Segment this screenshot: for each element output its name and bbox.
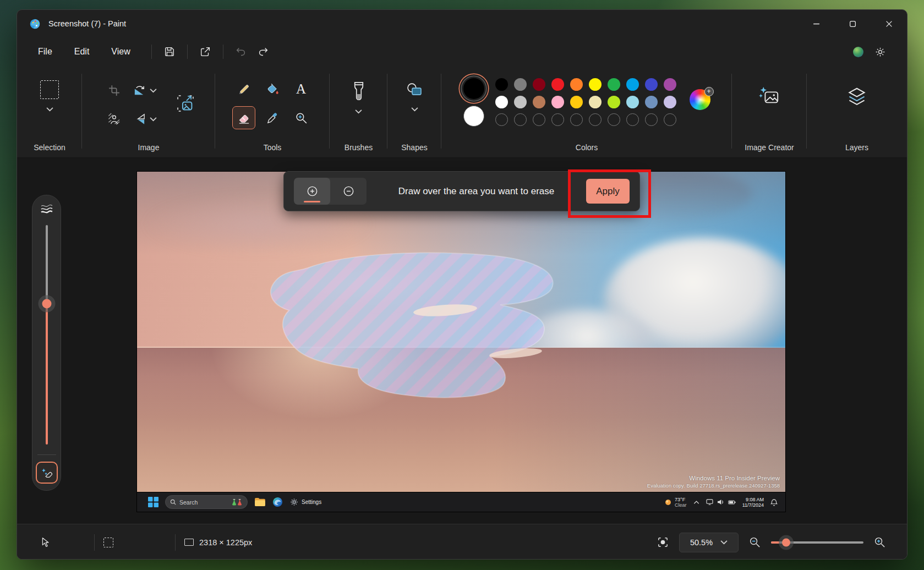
share-button[interactable] <box>194 42 216 61</box>
edge-browser-icon <box>272 497 283 507</box>
undo-button[interactable] <box>230 42 252 61</box>
background-removal-icon[interactable] <box>107 112 121 126</box>
edit-colors-button[interactable]: + <box>690 89 710 110</box>
divider <box>187 45 188 59</box>
network-icon <box>706 499 713 505</box>
size-slider[interactable] <box>32 223 61 447</box>
menu-view[interactable]: View <box>103 43 138 60</box>
selection-size-icon <box>103 538 113 547</box>
color-swatch-empty[interactable] <box>589 113 602 126</box>
chevron-down-icon[interactable] <box>411 107 418 112</box>
primary-color-swatch[interactable] <box>463 78 484 99</box>
color-swatch[interactable] <box>645 96 658 108</box>
color-swatch[interactable] <box>495 96 508 108</box>
color-swatch[interactable] <box>626 78 639 91</box>
file-explorer-icon <box>254 497 266 507</box>
magnifier-tool[interactable] <box>289 106 313 129</box>
zoom-slider[interactable] <box>771 538 863 547</box>
color-swatch[interactable] <box>608 96 620 108</box>
slider-thumb[interactable] <box>42 299 51 308</box>
color-swatch[interactable] <box>533 78 545 91</box>
generative-erase-button[interactable] <box>36 462 58 484</box>
brush-icon[interactable] <box>351 81 367 100</box>
minimize-button[interactable] <box>798 10 834 37</box>
color-swatch[interactable] <box>533 96 545 108</box>
ribbon-group-layers: Layers <box>807 66 907 157</box>
chevron-down-icon[interactable] <box>355 109 362 114</box>
desktop-background: Screenshot (7) - Paint File Edit View <box>0 0 924 570</box>
zoom-slider-thumb[interactable] <box>782 538 790 546</box>
fill-tool[interactable] <box>261 78 284 101</box>
zoom-in-button[interactable] <box>873 536 886 549</box>
paint-canvas[interactable]: Windows 11 Pro Insider Preview Evaluatio… <box>137 172 785 512</box>
color-swatch-empty[interactable] <box>533 113 545 126</box>
slider-track-lower <box>46 306 48 445</box>
undo-icon <box>235 46 247 58</box>
color-swatch[interactable] <box>551 78 564 91</box>
color-swatch-empty[interactable] <box>570 113 583 126</box>
taskbar-clock: 9:08 AM 11/7/2024 <box>742 497 764 508</box>
color-swatch-empty[interactable] <box>645 113 658 126</box>
color-swatch[interactable] <box>664 78 676 91</box>
maximize-button[interactable] <box>834 10 871 37</box>
color-swatch[interactable] <box>495 78 508 91</box>
color-swatch[interactable] <box>570 78 583 91</box>
selection-tool-icon[interactable] <box>40 80 59 99</box>
color-swatch[interactable] <box>664 96 676 108</box>
account-avatar[interactable] <box>853 47 863 57</box>
color-swatch[interactable] <box>645 78 658 91</box>
color-swatch[interactable] <box>514 96 527 108</box>
color-swatch[interactable] <box>608 78 620 91</box>
text-tool[interactable]: A <box>289 78 313 101</box>
title-bar: Screenshot (7) - Paint <box>17 10 907 37</box>
pencil-tool[interactable] <box>232 78 255 101</box>
shapes-icon[interactable] <box>406 81 423 98</box>
eyedropper-tool[interactable] <box>261 106 284 129</box>
palette-row-custom <box>495 113 676 126</box>
settings-gear-icon[interactable] <box>874 46 886 58</box>
apply-button[interactable]: Apply <box>586 179 630 204</box>
color-swatch[interactable] <box>589 78 602 91</box>
chevron-down-icon[interactable] <box>150 88 157 93</box>
fit-to-screen-button[interactable] <box>657 536 669 549</box>
zoom-level-dropdown[interactable]: 50.5% <box>679 533 739 552</box>
subtract-from-selection-button[interactable] <box>330 178 367 205</box>
redo-button[interactable] <box>252 42 274 61</box>
pencil-icon <box>237 83 251 96</box>
resize-image-icon[interactable] <box>175 93 196 114</box>
add-to-selection-button[interactable] <box>294 178 330 205</box>
image-creator-icon[interactable] <box>758 86 780 107</box>
add-color-icon: + <box>704 87 714 96</box>
ribbon-group-brushes: Brushes <box>330 66 387 157</box>
menu-edit[interactable]: Edit <box>67 43 97 60</box>
ribbon-group-colors: + Colors <box>441 66 732 157</box>
color-swatch[interactable] <box>626 96 639 108</box>
color-swatch[interactable] <box>570 96 583 108</box>
save-icon <box>163 46 176 58</box>
rotate-icon[interactable] <box>133 84 146 97</box>
color-swatch-empty[interactable] <box>608 113 620 126</box>
color-swatch[interactable] <box>514 78 527 91</box>
zoom-out-button[interactable] <box>748 536 761 549</box>
menu-file[interactable]: File <box>30 43 60 60</box>
redo-icon <box>257 46 269 58</box>
layers-icon[interactable] <box>846 86 868 107</box>
color-swatch-empty[interactable] <box>626 113 639 126</box>
chevron-down-icon[interactable] <box>46 107 53 112</box>
eraser-tool-selected[interactable] <box>232 106 255 129</box>
color-swatch[interactable] <box>551 96 564 108</box>
secondary-color-swatch[interactable] <box>463 106 484 127</box>
canvas-size-value: 2318 × 1225px <box>199 538 252 547</box>
color-swatch-empty[interactable] <box>664 113 676 126</box>
save-button[interactable] <box>158 42 181 61</box>
chevron-down-icon[interactable] <box>150 117 157 122</box>
color-swatch[interactable] <box>589 96 602 108</box>
crop-icon[interactable] <box>107 84 121 97</box>
color-swatch-empty[interactable] <box>514 113 527 126</box>
flip-icon[interactable] <box>133 112 146 126</box>
color-swatch-empty[interactable] <box>495 113 508 126</box>
color-swatch-empty[interactable] <box>551 113 564 126</box>
cursor-position-icon <box>39 536 51 549</box>
magnifier-icon <box>294 111 308 125</box>
close-button[interactable] <box>871 10 907 37</box>
